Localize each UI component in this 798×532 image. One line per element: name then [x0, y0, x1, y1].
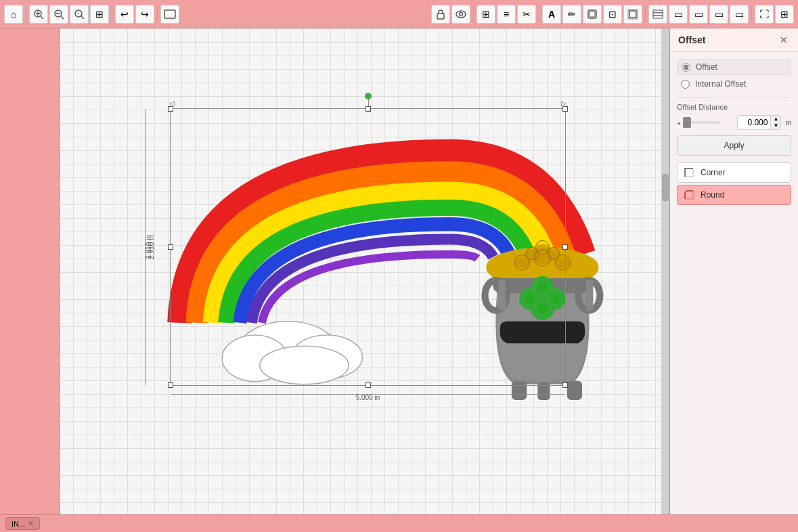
svg-rect-52 [586, 280, 593, 310]
eye-icon [456, 10, 466, 18]
lock-icon [436, 9, 445, 20]
distance-unit-label: in [785, 118, 791, 127]
status-tab[interactable]: IN... ✕ [5, 517, 40, 530]
corner-option-label: Corner [701, 168, 726, 177]
zoom-out-button[interactable] [49, 5, 68, 24]
status-tab-label: IN... [12, 520, 25, 528]
offset-distance-row: ◂ 0.000 ▲ ▼ in [677, 115, 791, 130]
offset-radio-row: Offset [677, 59, 791, 75]
main-toolbar: ⌂ * ⊞ ↩ ↪ [0, 0, 798, 28]
lock-button[interactable] [431, 5, 450, 24]
zoom-fit-icon: * [74, 9, 85, 20]
svg-point-27 [514, 257, 530, 268]
internal-offset-radio-label[interactable]: Internal Offset [695, 79, 746, 89]
offset-distance-input-group: 0.000 ▲ ▼ [737, 115, 781, 130]
round-icon [683, 189, 695, 201]
svg-rect-51 [499, 280, 506, 310]
status-tab-close-button[interactable]: ✕ [28, 519, 34, 528]
home-button[interactable]: ⌂ [4, 5, 23, 24]
vertical-scrollbar[interactable] [661, 28, 669, 514]
svg-point-13 [460, 12, 463, 16]
toolbar-sep-5 [539, 6, 539, 22]
svg-rect-17 [629, 11, 636, 18]
apply-button[interactable]: Apply [677, 135, 791, 156]
vertical-scrollbar-thumb[interactable] [662, 174, 669, 201]
toolbar-sep-6 [645, 6, 646, 22]
svg-point-46 [525, 294, 535, 303]
slider-min-icon: ◂ [677, 119, 680, 127]
spinner-buttons: ▲ ▼ [770, 116, 780, 129]
zoom-in-button[interactable] [29, 5, 48, 24]
page-view-button[interactable] [160, 5, 179, 24]
svg-line-8 [81, 16, 84, 19]
svg-rect-55 [537, 382, 550, 400]
round-option[interactable]: Round [677, 185, 791, 205]
align-button[interactable]: ≡ [497, 5, 516, 24]
replicate-button[interactable]: ⊡ [603, 5, 622, 24]
zoom-out-icon [53, 9, 64, 20]
redo-button[interactable]: ↪ [135, 5, 154, 24]
svg-line-5 [61, 16, 64, 19]
svg-rect-20 [653, 16, 663, 18]
svg-rect-11 [437, 14, 444, 19]
modify-icon [627, 9, 638, 20]
svg-point-24 [260, 346, 349, 384]
trace-button[interactable] [583, 5, 602, 24]
svg-rect-15 [590, 12, 595, 17]
svg-rect-53 [512, 381, 527, 400]
round-option-label: Round [701, 190, 724, 200]
offset-panel-body: Offset Internal Offset Offset Distance ◂… [670, 52, 798, 214]
zoom-fit-button[interactable]: * [70, 5, 89, 24]
internal-offset-radio[interactable] [681, 80, 690, 89]
modify-button[interactable] [623, 5, 642, 24]
svg-point-47 [550, 294, 560, 303]
offset-radio[interactable] [682, 63, 690, 72]
offset-panel-header: Offset ✕ [670, 28, 798, 52]
draw-button[interactable]: ✏ [562, 5, 581, 24]
view2-button[interactable]: ▭ [689, 5, 708, 24]
spinner-up-button[interactable]: ▲ [771, 116, 780, 123]
layers-button[interactable] [648, 5, 667, 24]
offset-distance-label: Offset Distance [677, 103, 791, 111]
grid3-button[interactable]: ⊞ [775, 5, 794, 24]
visibility-button[interactable] [451, 5, 470, 24]
offset-radio-label[interactable]: Offset [696, 62, 717, 72]
corner-icon [683, 167, 695, 179]
zoom-in-icon [33, 9, 44, 20]
svg-rect-19 [653, 13, 663, 16]
view1-button[interactable]: ▭ [669, 5, 688, 24]
svg-rect-18 [653, 10, 663, 13]
svg-point-45 [537, 303, 548, 313]
svg-line-1 [41, 16, 43, 19]
svg-point-48 [537, 282, 547, 292]
toolbar-left-group: ⌂ * ⊞ ↩ ↪ [4, 5, 179, 24]
text-button[interactable]: A [542, 5, 561, 24]
offset-close-button[interactable]: ✕ [778, 34, 790, 46]
view4-button[interactable]: ▭ [730, 5, 749, 24]
zoom-window-button[interactable]: ⊞ [90, 5, 109, 24]
view3-button[interactable]: ▭ [709, 5, 728, 24]
canvas-svg [60, 28, 669, 514]
corner-option[interactable]: Corner [677, 162, 791, 183]
offset-distance-slider[interactable] [683, 121, 720, 124]
grid-button[interactable]: ⊞ [476, 5, 495, 24]
page-view-icon [164, 9, 176, 19]
svg-text:*: * [77, 12, 79, 16]
undo-button[interactable]: ↩ [115, 5, 134, 24]
layers-icon [652, 9, 663, 19]
expand-button[interactable]: ⛶ [755, 5, 774, 24]
offset-distance-input[interactable]: 0.000 [738, 116, 770, 129]
svg-rect-10 [164, 10, 175, 18]
toolbar-sep-2 [112, 6, 112, 22]
spinner-down-button[interactable]: ▼ [771, 123, 780, 129]
svg-rect-54 [567, 381, 582, 400]
svg-point-12 [456, 11, 466, 18]
cut-button[interactable]: ✂ [517, 5, 536, 24]
left-sidebar [0, 28, 60, 514]
toolbar-sep-7 [751, 6, 752, 22]
offset-panel-title: Offset [678, 35, 705, 45]
canvas-area: 2.910 in 2.910 in ◁ ▷ 5.000 in [60, 28, 669, 514]
status-bar: IN... ✕ [0, 514, 798, 532]
slider-container: ◂ [677, 119, 734, 127]
toolbar-right-group: ⊞ ≡ ✂ A ✏ ⊡ ▭ ▭ ▭ ▭ [431, 5, 794, 24]
